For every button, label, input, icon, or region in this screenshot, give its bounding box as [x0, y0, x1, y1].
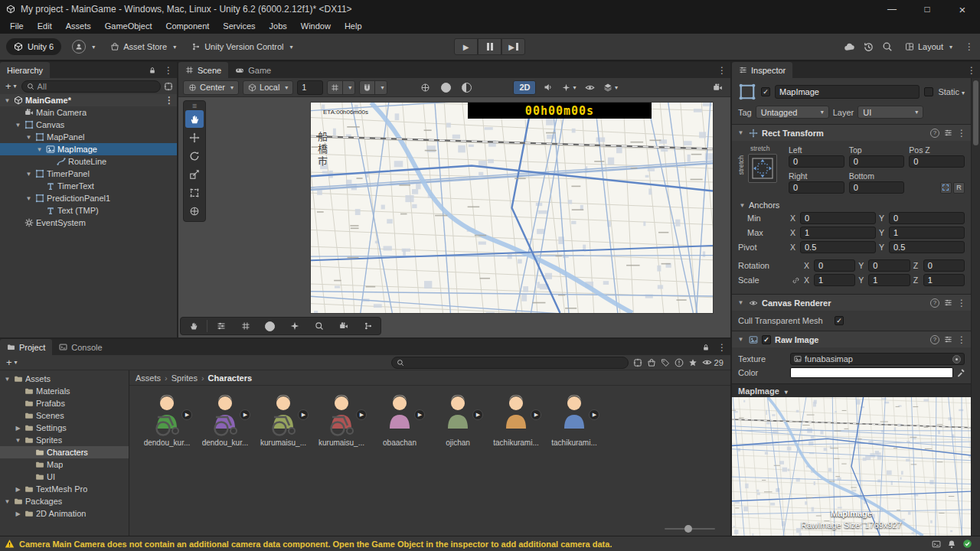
undo-history-icon[interactable] — [863, 41, 874, 53]
notifications-bell-icon[interactable] — [947, 540, 956, 549]
help-icon[interactable]: ? — [930, 129, 939, 138]
asset-thumbnail[interactable] — [436, 393, 479, 436]
menu-file[interactable]: File — [3, 21, 31, 31]
folder-characters[interactable]: Characters — [0, 446, 129, 458]
foldout-icon[interactable] — [3, 97, 11, 104]
canvas-renderer-header[interactable]: Canvas Renderer ? — [732, 294, 971, 311]
inspector-menu-icon[interactable] — [963, 62, 980, 78]
menu-assets[interactable]: Assets — [59, 21, 98, 31]
asset-item[interactable]: ojichan — [430, 393, 486, 447]
menu-window[interactable]: Window — [294, 21, 338, 31]
hierarchy-item-timerpanel[interactable]: TimerPanel — [0, 168, 177, 180]
scale-y-field[interactable]: 1 — [868, 274, 910, 286]
menu-services[interactable]: Services — [216, 21, 262, 31]
folder-packages[interactable]: Packages — [0, 495, 129, 507]
layout-dropdown[interactable]: Layout — [900, 38, 957, 55]
asset-thumbnail[interactable] — [553, 393, 596, 436]
hidden-count-badge[interactable]: 29 — [702, 357, 724, 367]
hierarchy-item-predictionpanel1[interactable]: PredictionPanel1 — [0, 192, 177, 204]
graph-overlay-icon[interactable] — [356, 318, 380, 334]
menu-gameobject[interactable]: GameObject — [98, 21, 159, 31]
expand-subassets-icon[interactable] — [356, 409, 367, 420]
hierarchy-item-routeline[interactable]: RouteLine — [0, 155, 177, 168]
move-tool-button[interactable] — [185, 129, 204, 146]
rotate-tool-button[interactable] — [185, 147, 204, 165]
snap-dropdown[interactable] — [374, 81, 387, 94]
tab-project[interactable]: Project — [0, 339, 52, 355]
left-field[interactable]: 0 — [789, 155, 844, 168]
hierarchy-item-eventsystem[interactable]: EventSystem — [0, 217, 177, 229]
active-checkbox[interactable] — [761, 87, 770, 96]
rotation-x-field[interactable]: 0 — [814, 259, 855, 272]
hierarchy-item-timertext[interactable]: TimerText — [0, 180, 177, 192]
minimize-button[interactable] — [874, 0, 910, 18]
tab-hierarchy[interactable]: Hierarchy — [0, 62, 50, 78]
folder-prafabs[interactable]: Prafabs — [0, 397, 129, 409]
play-button[interactable] — [454, 38, 478, 55]
inspector-scrollbar[interactable] — [971, 78, 980, 536]
asset-item[interactable]: tachikurami... — [488, 393, 544, 447]
preview-header[interactable]: MapImage — [732, 383, 971, 397]
hierarchy-item-mappanel[interactable]: MapPanel — [0, 131, 177, 143]
search-by-import-icon[interactable] — [647, 358, 656, 367]
scale-x-field[interactable]: 1 — [814, 274, 855, 286]
scale-tool-button[interactable] — [185, 165, 204, 183]
raw-image-header[interactable]: Raw Image ? — [732, 331, 971, 347]
tab-game[interactable]: Game — [228, 62, 278, 78]
account-button[interactable] — [67, 38, 100, 55]
project-create-button[interactable] — [5, 357, 19, 368]
rect-tool-button[interactable] — [185, 184, 204, 201]
folder-settings[interactable]: Settings — [0, 422, 129, 434]
expand-subassets-icon[interactable] — [298, 409, 309, 420]
static-checkbox[interactable] — [924, 87, 933, 96]
grid-visibility-button[interactable] — [327, 80, 355, 95]
asset-thumbnail[interactable] — [262, 393, 305, 436]
pan-tool-icon[interactable] — [181, 318, 205, 334]
foldout-icon[interactable] — [3, 376, 11, 383]
folder-assets[interactable]: Assets — [0, 373, 129, 385]
component-menu-icon[interactable] — [957, 128, 966, 139]
foldout-icon[interactable] — [3, 498, 11, 505]
tab-inspector[interactable]: Inspector — [732, 62, 792, 78]
foldout-icon[interactable] — [24, 171, 33, 178]
close-button[interactable] — [945, 0, 980, 18]
background-tasks-check-icon[interactable] — [962, 539, 972, 549]
tab-console[interactable]: Console — [52, 339, 109, 355]
unity-version-button[interactable]: Unity 6 — [6, 38, 61, 55]
search-icon[interactable] — [882, 41, 893, 52]
expand-subassets-icon[interactable] — [414, 409, 425, 420]
right-field[interactable]: 0 — [789, 181, 844, 194]
scene-menu-icon[interactable] — [714, 62, 730, 78]
folder-scenes[interactable]: Scenes — [0, 409, 129, 422]
rotation-mode-dropdown[interactable]: Local — [243, 80, 293, 95]
eyedropper-icon[interactable] — [956, 369, 965, 377]
asset-item[interactable]: kurumaisu_... — [313, 393, 370, 447]
menu-edit[interactable]: Edit — [31, 21, 59, 31]
hierarchy-item-main-camera[interactable]: Main Camera — [0, 106, 177, 119]
top-field[interactable]: 0 — [849, 155, 905, 168]
raw-edit-mode-button[interactable]: R — [953, 182, 965, 194]
audio-toggle-icon[interactable] — [540, 80, 557, 95]
hidden-objects-eye-icon[interactable] — [581, 80, 598, 95]
toolbar-menu-icon[interactable] — [965, 41, 974, 52]
search-by-label-icon[interactable] — [661, 358, 670, 367]
anchors-min-x-field[interactable]: 0 — [800, 212, 876, 224]
rotation-z-field[interactable]: 0 — [923, 259, 965, 272]
cull-transparent-checkbox[interactable] — [835, 316, 844, 325]
pivot-mode-dropdown[interactable]: Center — [183, 80, 239, 95]
grid-dropdown[interactable] — [342, 81, 354, 94]
static-dropdown[interactable]: Static — [938, 87, 965, 96]
folder-sprites[interactable]: Sprites — [0, 434, 129, 446]
asset-item[interactable]: obaachan — [371, 393, 428, 447]
component-menu-icon[interactable] — [957, 298, 966, 308]
foldout-icon[interactable] — [14, 510, 22, 517]
scene-menu-icon[interactable] — [165, 95, 174, 106]
hierarchy-lock-icon[interactable] — [145, 62, 160, 78]
hierarchy-item-text-tmp[interactable]: Text (TMP) — [0, 204, 177, 217]
folder-map[interactable]: Map — [0, 458, 129, 471]
anchors-foldout[interactable]: Anchors — [738, 201, 965, 210]
expand-subassets-icon[interactable] — [472, 409, 483, 420]
hand-tool-button[interactable] — [185, 110, 204, 128]
effects-dropdown-icon[interactable] — [560, 80, 577, 95]
scene-picker-icon[interactable] — [164, 82, 173, 91]
